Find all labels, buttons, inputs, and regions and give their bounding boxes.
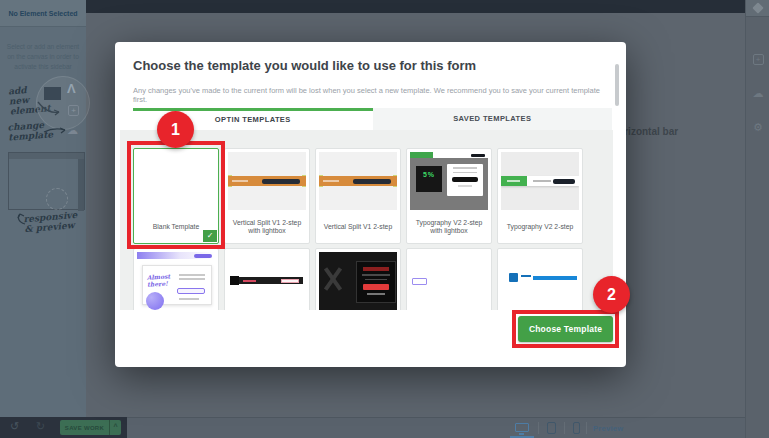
template-card-vertical-split[interactable]: Vertical Split V1 2-step [315,148,401,244]
black-friday-thumbnail [319,252,397,310]
history-toolbar: ↺ ↻ SAVE WORK ^ [0,417,127,438]
preview-toolbar: Preview [127,417,745,438]
add-element-icon[interactable]: + [746,54,769,65]
undo-icon[interactable]: ↺ [10,420,19,433]
settings-gear-icon[interactable]: ⚙ [746,122,769,133]
plus-icon: + [68,105,79,116]
cloud-icon: ☁ [67,124,78,137]
brand-a-icon: Λ [67,81,76,96]
blue-bar-thumbnail [501,252,579,310]
save-work-button[interactable]: SAVE WORK ^ [60,420,121,435]
tablet-preview-icon[interactable] [547,422,556,434]
highlight-box-blank-template [127,141,225,249]
template-card-blue-bar[interactable] [497,248,583,310]
left-sidebar: No Element Selected Select or add an ele… [0,0,86,417]
annotation-arrow-icon [42,124,68,136]
save-caret-icon[interactable]: ^ [109,420,121,435]
modal-title: Choose the template you would like to us… [133,58,476,73]
color-swatch [44,87,61,100]
modal-subtitle: Any changes you've made to the current f… [133,86,600,104]
template-card-purple-outline[interactable] [406,248,492,310]
top-bar [86,0,745,13]
highlight-dashed-circle [46,188,68,210]
template-card-black-friday[interactable] [315,248,401,310]
template-card-vertical-split-lightbox[interactable]: Vertical Split V1 2-step with lightbox [224,148,310,244]
preview-button[interactable]: Preview [593,418,623,438]
annotation-responsive-preview: responsive & preview [23,211,79,235]
highlight-box-choose-button [512,310,619,348]
typography-thumbnail [501,152,579,210]
vertical-split-thumbnail [228,152,306,210]
sidebar-header: No Element Selected [0,0,86,27]
app-screen: horizontal bar + ☁ ⚙ No Element Selected… [0,0,769,438]
redo-icon[interactable]: ↻ [36,420,45,433]
template-card-dark-bar[interactable] [224,248,310,310]
tab-saved-templates[interactable]: SAVED TEMPLATES [373,108,613,130]
desktop-preview-icon[interactable] [515,423,529,432]
step-2-badge: 2 [593,276,630,313]
template-card-typography-lightbox[interactable]: 5% Typography V2 2-step with lightbox [406,148,492,244]
typography-lightbox-thumbnail: 5% [410,152,488,210]
sidebar-hint-text: Select or add an element on the canvas i… [5,42,81,71]
purple-outline-thumbnail [410,252,488,310]
modal-scrollbar[interactable] [615,64,619,106]
vertical-split-thumbnail [319,152,397,210]
dark-bar-thumbnail [228,252,306,310]
change-template-icon[interactable]: ☁ [746,88,769,99]
right-icon-rail: + ☁ ⚙ [745,0,769,438]
phone-preview-icon[interactable] [573,422,580,434]
brand-logo-icon [746,0,769,17]
step-1-badge: 1 [157,111,194,148]
purple-thumbnail: Almost there! [137,252,215,310]
template-card-typography[interactable]: Typography V2 2-step [497,148,583,244]
template-card-purple-lightbox[interactable]: Almost there! [133,248,219,310]
template-tab-bar: OPTIN TEMPLATES SAVED TEMPLATES [133,108,612,130]
